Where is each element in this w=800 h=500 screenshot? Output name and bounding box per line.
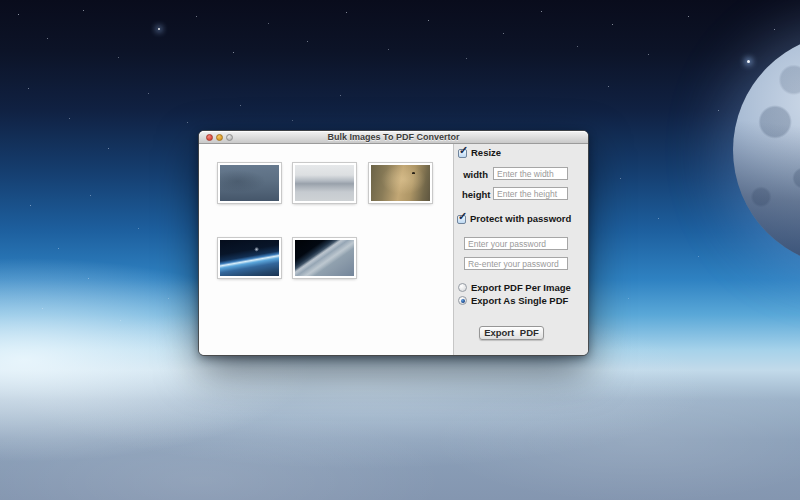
window-title: Bulk Images To PDF Convertor [199,131,588,143]
thumbnail-earth-horizon-with-moon[interactable] [218,238,281,278]
resize-checkbox[interactable]: ✓ [458,149,467,158]
thumbnail-misty-blue-mountains[interactable] [218,163,281,203]
protect-password-label[interactable]: Protect with password [470,213,571,224]
password-input[interactable] [464,237,568,250]
titlebar[interactable]: Bulk Images To PDF Convertor [199,131,588,144]
width-input[interactable] [493,167,568,180]
password-confirm-input[interactable] [464,257,568,270]
thumbnail-foggy-lake-reflection[interactable] [293,163,356,203]
height-label: height [462,189,488,200]
radio-export-as-single-pdf-label[interactable]: Export As Single PDF [471,295,568,306]
settings-panel: ✓ Resize width height ✓ Protect with pas… [453,144,588,355]
export-pdf-button[interactable]: Export PDF [479,326,544,340]
app-window: Bulk Images To PDF Convertor ✓ Resize wi… [199,131,588,355]
radio-export-pdf-per-image-label[interactable]: Export PDF Per Image [471,282,571,293]
thumbnail-golden-waterfall-with-bird[interactable] [369,163,432,203]
radio-dot-icon [461,299,465,303]
checkmark-icon: ✓ [458,210,467,223]
bird-silhouette [412,172,415,174]
checkmark-icon: ✓ [459,144,468,157]
image-gallery [199,144,453,355]
radio-export-as-single-pdf[interactable] [458,296,467,305]
height-input[interactable] [493,187,568,200]
radio-export-pdf-per-image[interactable] [458,283,467,292]
protect-password-checkbox[interactable]: ✓ [457,215,466,224]
width-label: width [462,169,488,180]
thumbnail-earth-atmosphere-closeup[interactable] [293,238,356,278]
resize-label[interactable]: Resize [471,147,501,158]
